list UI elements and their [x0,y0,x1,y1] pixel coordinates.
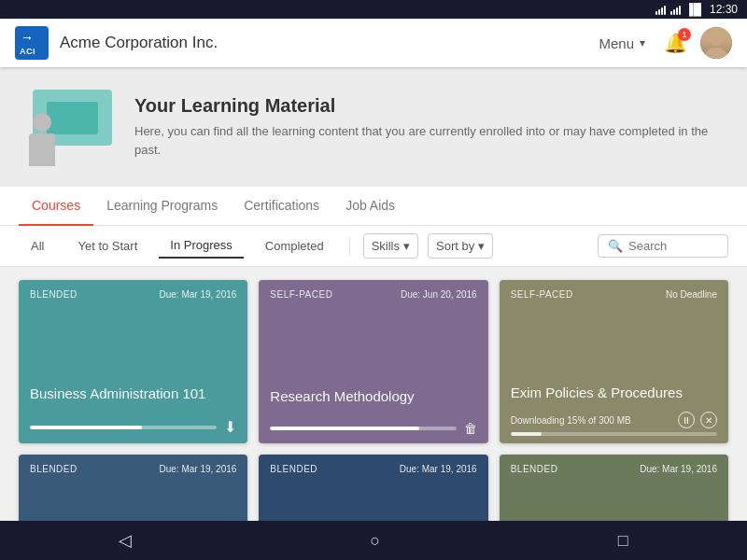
course-grid: BLENDED Due: Mar 19, 2016 Business Admin… [0,267,747,560]
search-box[interactable]: 🔍 [598,234,728,258]
search-input[interactable] [628,239,718,253]
progress-bar [30,426,217,429]
notifications-button[interactable]: 🔔 1 [664,32,687,54]
battery-icon: ▐█ [685,3,701,16]
recents-button[interactable]: □ [618,531,628,551]
progress-bar [270,427,456,430]
chevron-down-icon: ▾ [478,239,485,253]
tab-courses[interactable]: Courses [19,187,93,226]
chevron-down-icon: ▾ [403,239,410,253]
download-label: Downloading 15% of 300 MB [511,415,631,426]
tab-learning-programs[interactable]: Learning Programs [93,187,231,226]
clock: 12:30 [710,3,738,16]
hero-illustration [28,90,112,164]
card-due: Due: Mar 19, 2016 [160,289,237,300]
course-card[interactable]: BLENDED Due: Mar 19, 2016 Business Admin… [19,280,247,443]
pause-button[interactable]: ⏸ [678,412,695,428]
signal-icon [670,4,681,15]
card-due: Due: Mar 19, 2016 [160,464,237,474]
tab-certifications[interactable]: Certifications [231,187,332,226]
course-card[interactable]: SELF-PACED No Deadline Exim Policies & P… [500,280,728,443]
hero-description: Here, you can find all the learning cont… [134,122,719,159]
card-due: Due: Jun 20, 2016 [401,289,477,300]
card-tag: SELF-PACED [270,289,332,300]
cancel-button[interactable]: ✕ [700,412,717,428]
card-header: BLENDED Due: Mar 19, 2016 [19,455,247,483]
download-progress-bar [511,432,717,436]
card-header: BLENDED Due: Mar 19, 2016 [19,280,247,309]
card-tag: BLENDED [270,464,317,474]
bottom-navigation: ◁ ○ □ [0,521,747,560]
status-bar: ▐█ 12:30 [0,0,747,19]
skills-dropdown[interactable]: Skills ▾ [363,233,418,259]
card-tag: BLENDED [511,464,558,474]
filter-yet-to-start[interactable]: Yet to Start [65,233,149,259]
card-footer: ⬇ [19,411,247,443]
card-tag: BLENDED [30,289,78,300]
download-controls: ⏸ ✕ [678,412,717,428]
home-button[interactable]: ○ [370,531,380,551]
hero-section: Your Learning Material Here, you can fin… [0,67,747,187]
notification-badge: 1 [678,28,691,41]
chevron-down-icon: ▾ [640,36,645,49]
sort-dropdown[interactable]: Sort by ▾ [428,233,493,259]
card-title: Research Methodology [259,388,487,413]
tab-job-aids[interactable]: Job Aids [332,187,408,226]
card-header: SELF-PACED Due: Jun 20, 2016 [259,280,487,309]
card-due: Due: Mar 19, 2016 [400,464,477,474]
status-icons: ▐█ 12:30 [655,3,738,16]
wifi-icon [655,4,666,15]
delete-icon[interactable]: 🗑 [464,421,477,436]
card-header: BLENDED Due: Mar 19, 2016 [259,455,487,483]
card-title: Exim Policies & Procedures [500,385,728,410]
card-due: Due: Mar 19, 2016 [640,464,717,474]
filter-row: All Yet to Start In Progress Completed S… [0,226,747,267]
card-due: No Deadline [666,289,717,300]
top-nav: → ACI Acme Corporation Inc. Menu ▾ 🔔 1 [0,19,747,67]
download-icon[interactable]: ⬇ [224,418,236,436]
hero-title: Your Learning Material [134,95,719,117]
card-header: SELF-PACED No Deadline [500,280,728,309]
card-tag: BLENDED [30,464,78,474]
divider [349,237,350,256]
card-header: BLENDED Due: Mar 19, 2016 [500,455,728,483]
filter-in-progress[interactable]: In Progress [159,233,243,259]
course-card[interactable]: SELF-PACED Due: Jun 20, 2016 Research Me… [259,280,487,443]
back-button[interactable]: ◁ [119,530,132,551]
main-tabs: Courses Learning Programs Certifications… [0,187,747,226]
filter-completed[interactable]: Completed [253,233,336,259]
card-footer: 🗑 [259,413,487,443]
download-status: Downloading 15% of 300 MB ⏸ ✕ [500,410,728,432]
hero-text: Your Learning Material Here, you can fin… [134,95,719,159]
filter-all[interactable]: All [19,233,56,259]
nav-icons: 🔔 1 [664,27,732,59]
menu-button[interactable]: Menu ▾ [599,35,645,51]
app-logo: → ACI [15,26,49,60]
avatar[interactable] [700,27,732,59]
card-tag: SELF-PACED [511,289,573,300]
card-title: Business Administration 101 [19,385,247,411]
company-name: Acme Corporation Inc. [60,34,599,52]
search-icon: 🔍 [608,239,623,253]
